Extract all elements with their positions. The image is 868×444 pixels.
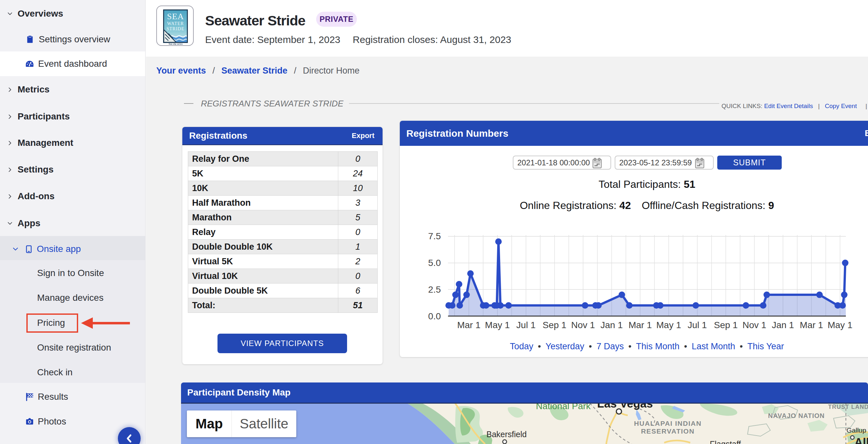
svg-text:Albu: Albu bbox=[854, 436, 868, 444]
svg-text:Las Vegas: Las Vegas bbox=[597, 404, 653, 410]
svg-text:National Park: National Park bbox=[536, 404, 591, 411]
svg-text:Jul 1: Jul 1 bbox=[688, 320, 707, 330]
svg-text:WATER: WATER bbox=[167, 21, 184, 26]
svg-text:Sep 1: Sep 1 bbox=[714, 320, 738, 330]
svg-text:7.5: 7.5 bbox=[428, 231, 441, 241]
svg-text:Nov 1: Nov 1 bbox=[742, 320, 766, 330]
svg-text:Jan 1: Jan 1 bbox=[600, 320, 623, 330]
svg-text:Gallup: Gallup bbox=[846, 426, 866, 434]
svg-text:HUALAPAI INDIAN: HUALAPAI INDIAN bbox=[634, 420, 702, 427]
svg-text:STRIDE: STRIDE bbox=[167, 26, 185, 31]
svg-text:May 1: May 1 bbox=[828, 320, 852, 330]
svg-text:Nov 1: Nov 1 bbox=[571, 320, 595, 330]
svg-text:Jul 1: Jul 1 bbox=[516, 320, 535, 330]
svg-text:Mar 1: Mar 1 bbox=[628, 320, 652, 330]
svg-text:NAVAJO NATION: NAVAJO NATION bbox=[768, 412, 825, 419]
svg-text:Mar 1: Mar 1 bbox=[457, 320, 480, 330]
svg-text:0.0: 0.0 bbox=[428, 311, 441, 321]
svg-text:TRUST LAND: TRUST LAND bbox=[828, 404, 868, 410]
svg-text:May 1: May 1 bbox=[485, 320, 510, 330]
svg-text:Bakersfield: Bakersfield bbox=[487, 430, 527, 439]
svg-text:May 1: May 1 bbox=[656, 320, 681, 330]
svg-text:Jan 1: Jan 1 bbox=[772, 320, 794, 330]
svg-text:RESERVATION: RESERVATION bbox=[641, 427, 695, 435]
svg-text:Flagstaff: Flagstaff bbox=[710, 439, 741, 444]
svg-text:SEA: SEA bbox=[167, 12, 184, 21]
svg-text:2.5: 2.5 bbox=[428, 285, 441, 294]
svg-text:Sep 1: Sep 1 bbox=[543, 320, 566, 330]
svg-text:5.0: 5.0 bbox=[428, 258, 441, 268]
svg-text:Mar 1: Mar 1 bbox=[800, 320, 824, 330]
